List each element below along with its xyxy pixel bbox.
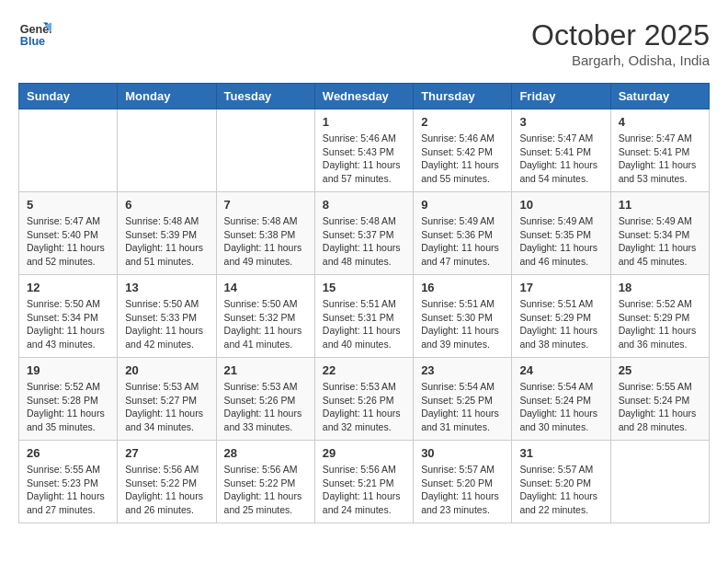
calendar-day: 4Sunrise: 5:47 AM Sunset: 5:41 PM Daylig… [610, 109, 709, 192]
day-info: Sunrise: 5:53 AM Sunset: 5:26 PM Dayligh… [323, 380, 405, 434]
calendar-week-5: 26Sunrise: 5:55 AM Sunset: 5:23 PM Dayli… [19, 441, 710, 523]
day-info: Sunrise: 5:52 AM Sunset: 5:29 PM Dayligh… [619, 297, 701, 351]
calendar-day: 2Sunrise: 5:46 AM Sunset: 5:42 PM Daylig… [414, 109, 512, 192]
calendar-day: 16Sunrise: 5:51 AM Sunset: 5:30 PM Dayli… [414, 275, 512, 358]
calendar-day: 28Sunrise: 5:56 AM Sunset: 5:22 PM Dayli… [216, 441, 314, 523]
day-info: Sunrise: 5:47 AM Sunset: 5:40 PM Dayligh… [27, 214, 109, 269]
day-number: 20 [125, 363, 208, 377]
day-info: Sunrise: 5:47 AM Sunset: 5:41 PM Dayligh… [619, 132, 701, 186]
month-title: October 2025 [531, 18, 710, 52]
calendar-day: 25Sunrise: 5:55 AM Sunset: 5:24 PM Dayli… [610, 358, 709, 441]
logo: General Blue [18, 18, 51, 52]
calendar-day: 14Sunrise: 5:50 AM Sunset: 5:32 PM Dayli… [216, 275, 314, 358]
day-info: Sunrise: 5:56 AM Sunset: 5:22 PM Dayligh… [224, 463, 307, 517]
logo-icon: General Blue [18, 18, 51, 52]
day-info: Sunrise: 5:46 AM Sunset: 5:42 PM Dayligh… [421, 132, 504, 186]
day-info: Sunrise: 5:49 AM Sunset: 5:34 PM Dayligh… [619, 214, 701, 269]
weekday-header-friday: Friday [512, 84, 610, 109]
day-number: 17 [519, 281, 602, 294]
day-number: 7 [224, 198, 307, 212]
calendar-day: 22Sunrise: 5:53 AM Sunset: 5:26 PM Dayli… [314, 358, 413, 441]
day-info: Sunrise: 5:55 AM Sunset: 5:24 PM Dayligh… [619, 380, 701, 434]
weekday-header-tuesday: Tuesday [216, 84, 314, 109]
day-info: Sunrise: 5:50 AM Sunset: 5:34 PM Dayligh… [27, 297, 109, 351]
calendar-week-4: 19Sunrise: 5:52 AM Sunset: 5:28 PM Dayli… [19, 358, 710, 441]
day-number: 27 [125, 446, 208, 460]
day-info: Sunrise: 5:48 AM Sunset: 5:38 PM Dayligh… [224, 214, 307, 269]
calendar-day: 29Sunrise: 5:56 AM Sunset: 5:21 PM Dayli… [314, 441, 413, 523]
calendar-day: 18Sunrise: 5:52 AM Sunset: 5:29 PM Dayli… [610, 275, 709, 358]
calendar-day: 23Sunrise: 5:54 AM Sunset: 5:25 PM Dayli… [414, 358, 512, 441]
calendar-day: 15Sunrise: 5:51 AM Sunset: 5:31 PM Dayli… [314, 275, 413, 358]
day-number: 13 [125, 281, 208, 294]
calendar-day: 30Sunrise: 5:57 AM Sunset: 5:20 PM Dayli… [414, 441, 512, 523]
calendar-day: 24Sunrise: 5:54 AM Sunset: 5:24 PM Dayli… [512, 358, 610, 441]
weekday-header-row: SundayMondayTuesdayWednesdayThursdayFrid… [19, 84, 710, 109]
day-info: Sunrise: 5:52 AM Sunset: 5:28 PM Dayligh… [27, 380, 109, 434]
calendar-day: 27Sunrise: 5:56 AM Sunset: 5:22 PM Dayli… [118, 441, 216, 523]
day-number: 10 [519, 198, 602, 212]
day-info: Sunrise: 5:57 AM Sunset: 5:20 PM Dayligh… [519, 463, 602, 517]
day-number: 2 [421, 115, 504, 129]
day-number: 25 [619, 363, 701, 377]
calendar-day [118, 109, 216, 192]
calendar-table: SundayMondayTuesdayWednesdayThursdayFrid… [18, 83, 710, 523]
day-number: 21 [224, 363, 307, 377]
calendar-day: 21Sunrise: 5:53 AM Sunset: 5:26 PM Dayli… [216, 358, 314, 441]
calendar-day [216, 109, 314, 192]
weekday-header-sunday: Sunday [19, 84, 118, 109]
day-info: Sunrise: 5:46 AM Sunset: 5:43 PM Dayligh… [323, 132, 405, 186]
day-info: Sunrise: 5:54 AM Sunset: 5:24 PM Dayligh… [519, 380, 602, 434]
day-info: Sunrise: 5:53 AM Sunset: 5:26 PM Dayligh… [224, 380, 307, 434]
calendar-day [19, 109, 118, 192]
day-number: 31 [519, 446, 602, 460]
day-number: 11 [619, 198, 701, 212]
calendar-day: 20Sunrise: 5:53 AM Sunset: 5:27 PM Dayli… [118, 358, 216, 441]
day-number: 26 [27, 446, 109, 460]
day-number: 14 [224, 281, 307, 294]
calendar-day: 17Sunrise: 5:51 AM Sunset: 5:29 PM Dayli… [512, 275, 610, 358]
calendar-day: 6Sunrise: 5:48 AM Sunset: 5:39 PM Daylig… [118, 192, 216, 275]
calendar-day: 12Sunrise: 5:50 AM Sunset: 5:34 PM Dayli… [19, 275, 118, 358]
calendar-day [610, 441, 709, 523]
calendar-day: 13Sunrise: 5:50 AM Sunset: 5:33 PM Dayli… [118, 275, 216, 358]
day-info: Sunrise: 5:48 AM Sunset: 5:39 PM Dayligh… [125, 214, 208, 269]
calendar-day: 5Sunrise: 5:47 AM Sunset: 5:40 PM Daylig… [19, 192, 118, 275]
calendar-day: 3Sunrise: 5:47 AM Sunset: 5:41 PM Daylig… [512, 109, 610, 192]
day-number: 28 [224, 446, 307, 460]
day-number: 19 [27, 363, 109, 377]
day-number: 23 [421, 363, 504, 377]
day-number: 22 [323, 363, 405, 377]
day-info: Sunrise: 5:51 AM Sunset: 5:31 PM Dayligh… [323, 297, 405, 351]
day-number: 3 [519, 115, 602, 129]
day-number: 9 [421, 198, 504, 212]
location-subtitle: Bargarh, Odisha, India [531, 52, 710, 68]
day-number: 24 [519, 363, 602, 377]
calendar-day: 9Sunrise: 5:49 AM Sunset: 5:36 PM Daylig… [414, 192, 512, 275]
weekday-header-saturday: Saturday [610, 84, 709, 109]
day-number: 16 [421, 281, 504, 294]
day-info: Sunrise: 5:50 AM Sunset: 5:32 PM Dayligh… [224, 297, 307, 351]
day-number: 12 [27, 281, 109, 294]
day-info: Sunrise: 5:54 AM Sunset: 5:25 PM Dayligh… [421, 380, 504, 434]
calendar-day: 19Sunrise: 5:52 AM Sunset: 5:28 PM Dayli… [19, 358, 118, 441]
day-info: Sunrise: 5:56 AM Sunset: 5:21 PM Dayligh… [323, 463, 405, 517]
calendar-week-3: 12Sunrise: 5:50 AM Sunset: 5:34 PM Dayli… [19, 275, 710, 358]
weekday-header-monday: Monday [118, 84, 216, 109]
calendar-day: 7Sunrise: 5:48 AM Sunset: 5:38 PM Daylig… [216, 192, 314, 275]
day-info: Sunrise: 5:49 AM Sunset: 5:35 PM Dayligh… [519, 214, 602, 269]
calendar-day: 26Sunrise: 5:55 AM Sunset: 5:23 PM Dayli… [19, 441, 118, 523]
day-number: 4 [619, 115, 701, 129]
day-number: 1 [323, 115, 405, 129]
day-info: Sunrise: 5:57 AM Sunset: 5:20 PM Dayligh… [421, 463, 504, 517]
day-number: 29 [323, 446, 405, 460]
calendar-day: 11Sunrise: 5:49 AM Sunset: 5:34 PM Dayli… [610, 192, 709, 275]
calendar-day: 1Sunrise: 5:46 AM Sunset: 5:43 PM Daylig… [314, 109, 413, 192]
day-number: 30 [421, 446, 504, 460]
weekday-header-wednesday: Wednesday [314, 84, 413, 109]
calendar-day: 31Sunrise: 5:57 AM Sunset: 5:20 PM Dayli… [512, 441, 610, 523]
day-info: Sunrise: 5:48 AM Sunset: 5:37 PM Dayligh… [323, 214, 405, 269]
day-info: Sunrise: 5:49 AM Sunset: 5:36 PM Dayligh… [421, 214, 504, 269]
day-info: Sunrise: 5:56 AM Sunset: 5:22 PM Dayligh… [125, 463, 208, 517]
calendar-week-2: 5Sunrise: 5:47 AM Sunset: 5:40 PM Daylig… [19, 192, 710, 275]
